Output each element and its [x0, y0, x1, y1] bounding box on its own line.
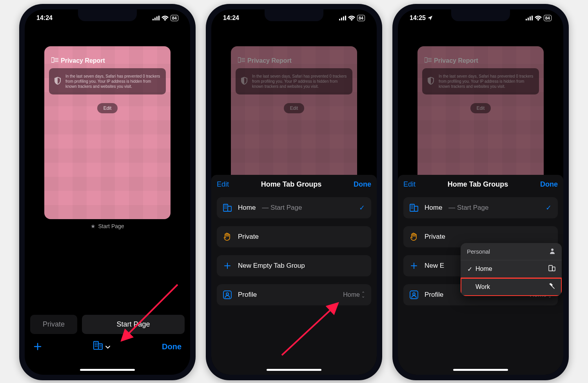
- edit-button: Edit: [470, 103, 491, 113]
- privacy-report-box: In the last seven days, Safari has preve…: [422, 68, 539, 94]
- person-icon: [549, 248, 555, 255]
- sheet-title: Home Tab Groups: [448, 180, 508, 189]
- privacy-report-title: Privacy Report: [238, 57, 350, 64]
- done-button[interactable]: Done: [162, 342, 181, 351]
- svg-rect-45: [528, 18, 529, 20]
- tab-group-label: Home: [238, 204, 256, 212]
- screen-1: 14:24 84 Privacy Repo: [25, 9, 190, 375]
- hammer-icon: [548, 283, 555, 291]
- chevron-down-icon: [105, 341, 111, 352]
- new-tab-group-label: New E: [425, 262, 444, 270]
- home-indicator[interactable]: [80, 369, 135, 371]
- edit-button[interactable]: Edit: [217, 180, 229, 189]
- svg-point-64: [551, 249, 554, 251]
- edit-button[interactable]: Edit: [97, 103, 118, 113]
- svg-rect-13: [96, 343, 98, 344]
- safari-tab-thumbnail[interactable]: Privacy Report In the last seven days, S…: [44, 46, 171, 219]
- profile-row[interactable]: Profile Home ⌃⌄: [217, 284, 371, 305]
- new-tab-group-label: New Empty Tab Group: [238, 262, 305, 270]
- tab-group-row-private[interactable]: Private: [217, 226, 371, 247]
- svg-rect-48: [425, 58, 427, 62]
- profile-label: Profile: [238, 291, 257, 299]
- status-time: 14:24: [223, 15, 239, 22]
- svg-rect-10: [94, 341, 98, 349]
- iphone-device-1: 14:24 84 Privacy Repo: [19, 4, 196, 380]
- home-indicator[interactable]: [267, 369, 321, 371]
- battery-icon: 84: [171, 15, 178, 21]
- tab-group-label: Private: [238, 233, 259, 241]
- wifi-icon: [535, 16, 542, 21]
- plus-icon: [223, 261, 232, 270]
- profile-context-menu: Personal ✓ Home: [461, 243, 562, 296]
- plus-icon: [410, 261, 418, 270]
- up-down-chevron-icon: ⌃⌄: [361, 292, 365, 297]
- context-menu-item-work[interactable]: Work: [461, 278, 562, 296]
- building-icon: [548, 265, 555, 273]
- svg-rect-15: [96, 344, 98, 345]
- cellular-signal-icon: [526, 16, 533, 20]
- svg-rect-37: [225, 208, 225, 209]
- svg-rect-24: [341, 18, 342, 20]
- home-indicator[interactable]: [453, 369, 508, 371]
- profile-value: Home ⌃⌄: [343, 291, 365, 298]
- svg-rect-21: [101, 347, 102, 347]
- shield-icon: [428, 77, 434, 86]
- new-tab-group-row[interactable]: New Empty Tab Group: [217, 255, 371, 276]
- done-button[interactable]: Done: [540, 180, 558, 189]
- done-button[interactable]: Done: [354, 180, 371, 189]
- privacy-report-title: Privacy Report: [51, 57, 163, 64]
- svg-rect-23: [339, 19, 340, 20]
- svg-rect-36: [226, 207, 227, 207]
- cellular-signal-icon: [152, 16, 160, 20]
- tab-group-row-home[interactable]: Home — Start Page ✓: [217, 197, 371, 218]
- svg-rect-46: [530, 16, 531, 20]
- privacy-report-title: Privacy Report: [425, 57, 537, 64]
- svg-rect-34: [226, 205, 227, 206]
- privacy-report-box: In the last seven days, Safari has preve…: [49, 68, 166, 94]
- svg-rect-53: [414, 206, 418, 211]
- svg-rect-58: [411, 208, 412, 209]
- svg-rect-25: [343, 16, 344, 20]
- svg-rect-20: [100, 347, 100, 347]
- svg-rect-47: [532, 16, 533, 20]
- svg-rect-57: [412, 207, 413, 207]
- privacy-report-text: In the last seven days, Safari has preve…: [252, 74, 347, 89]
- hand-icon: [223, 232, 232, 241]
- privacy-report-box: In the last seven days, Safari has preve…: [236, 68, 352, 94]
- svg-rect-27: [238, 58, 241, 62]
- privacy-report-text: In the last seven days, Safari has preve…: [65, 74, 160, 89]
- start-page-tab-button[interactable]: Start Page: [82, 315, 185, 334]
- shield-list-icon: [425, 57, 432, 64]
- status-time: 14:24: [36, 15, 53, 22]
- edit-button: Edit: [284, 103, 305, 113]
- svg-rect-35: [225, 207, 225, 207]
- new-tab-button[interactable]: [33, 342, 42, 351]
- svg-point-42: [226, 293, 229, 295]
- svg-rect-38: [226, 208, 227, 209]
- tab-group-label: Home: [425, 204, 442, 212]
- svg-rect-1: [154, 18, 156, 20]
- svg-rect-18: [100, 345, 100, 346]
- tab-overview-area: Privacy Report In the last seven days, S…: [398, 27, 563, 183]
- battery-icon: 84: [544, 15, 552, 21]
- svg-rect-33: [225, 205, 225, 206]
- building-icon: [93, 341, 103, 352]
- svg-rect-41: [223, 291, 231, 299]
- svg-rect-19: [101, 345, 102, 346]
- location-arrow-icon: [427, 15, 433, 21]
- sheet-header: Edit Home Tab Groups Done: [217, 180, 371, 189]
- tab-thumbnail-label: ★ Start Page: [44, 223, 171, 229]
- shield-icon: [241, 77, 247, 86]
- svg-rect-3: [158, 16, 160, 20]
- bottom-bar: Private Start Page Done: [25, 315, 190, 352]
- profile-icon: [410, 290, 418, 299]
- svg-rect-0: [152, 19, 154, 20]
- tab-group-row-home[interactable]: Home — Start Page ✓: [403, 197, 558, 218]
- tab-groups-dropdown[interactable]: [93, 341, 111, 352]
- context-menu-item-home[interactable]: ✓ Home: [461, 260, 562, 278]
- edit-button[interactable]: Edit: [403, 180, 416, 189]
- notch: [265, 9, 323, 21]
- privacy-report-text: In the last seven days, Safari has preve…: [439, 74, 534, 89]
- private-tab-button[interactable]: Private: [30, 315, 77, 334]
- svg-rect-52: [410, 204, 414, 211]
